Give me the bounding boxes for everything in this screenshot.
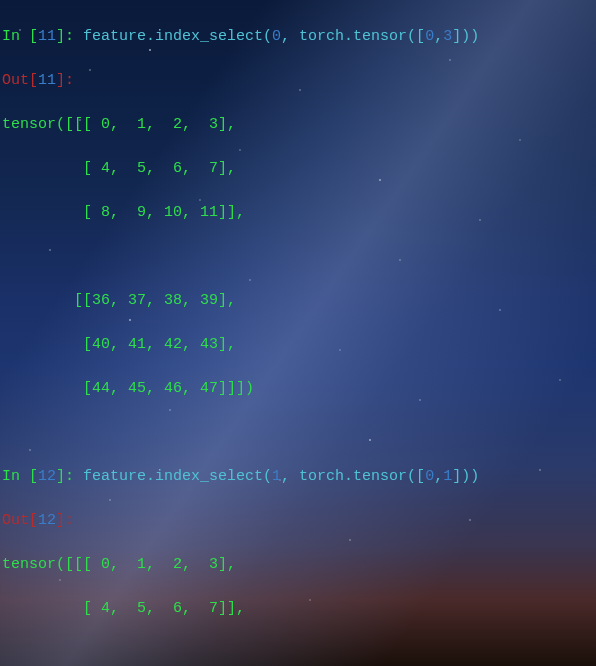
output-line: [44, 45, 46, 47]]]): [2, 378, 594, 400]
num-literal: 0: [425, 28, 434, 45]
in-label: In [: [2, 468, 38, 485]
num-literal: 0: [272, 28, 281, 45]
code-text: ,: [434, 28, 443, 45]
output-line: [ 8, 9, 10, 11]],: [2, 202, 594, 224]
code-text: , torch.tensor([: [281, 468, 425, 485]
num-literal: 0: [425, 468, 434, 485]
output-line: [40, 41, 42, 43],: [2, 334, 594, 356]
out-label: Out[: [2, 512, 38, 529]
output-line: [[36, 37, 38, 39],: [2, 290, 594, 312]
code-text: , torch.tensor([: [281, 28, 425, 45]
output-line-blank: [2, 246, 594, 268]
out-num: 11: [38, 72, 56, 89]
spacer: [2, 422, 594, 444]
in-label-close: ]:: [56, 468, 83, 485]
in-label-close: ]:: [56, 28, 83, 45]
cell-11-out-label: Out[11]:: [2, 70, 594, 92]
num-literal: 1: [443, 468, 452, 485]
code-text: ])): [452, 28, 479, 45]
terminal-output: In [11]: feature.index_select(0, torch.t…: [2, 4, 594, 666]
code-text: ,: [434, 468, 443, 485]
out-label-close: ]:: [56, 512, 74, 529]
output-line: [ 4, 5, 6, 7]],: [2, 598, 594, 620]
in-num: 11: [38, 28, 56, 45]
out-num: 12: [38, 512, 56, 529]
out-label: Out[: [2, 72, 38, 89]
in-num: 12: [38, 468, 56, 485]
cell-12-out-label: Out[12]:: [2, 510, 594, 532]
num-literal: 3: [443, 28, 452, 45]
out-label-close: ]:: [56, 72, 74, 89]
output-line-blank: [2, 642, 594, 664]
cell-11-input[interactable]: In [11]: feature.index_select(0, torch.t…: [2, 26, 594, 48]
code-text: feature.index_select(: [83, 468, 272, 485]
output-line: tensor([[[ 0, 1, 2, 3],: [2, 114, 594, 136]
code-text: feature.index_select(: [83, 28, 272, 45]
num-literal: 1: [272, 468, 281, 485]
output-line: tensor([[[ 0, 1, 2, 3],: [2, 554, 594, 576]
output-line: [ 4, 5, 6, 7],: [2, 158, 594, 180]
in-label: In [: [2, 28, 38, 45]
code-text: ])): [452, 468, 479, 485]
cell-12-input[interactable]: In [12]: feature.index_select(1, torch.t…: [2, 466, 594, 488]
